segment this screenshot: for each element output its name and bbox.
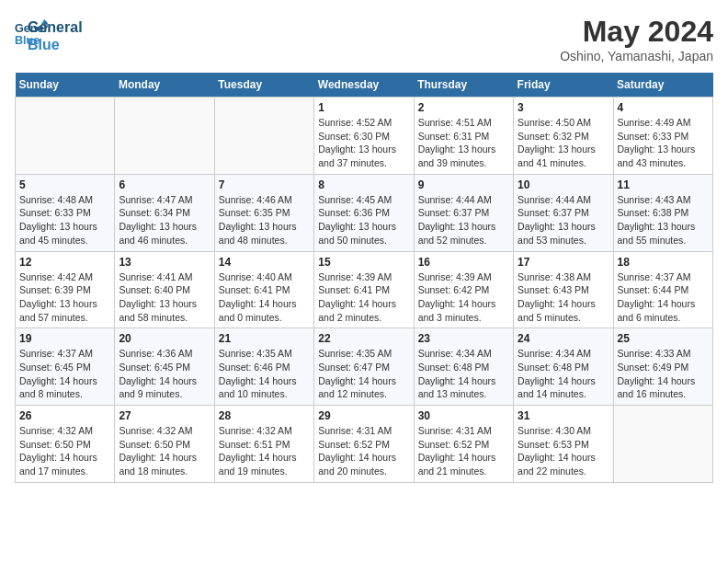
calendar-cell: 22Sunrise: 4:35 AM Sunset: 6:47 PM Dayli… [314,328,414,406]
calendar-cell [613,406,712,483]
day-number: 24 [518,332,609,345]
calendar-cell: 30Sunrise: 4:31 AM Sunset: 6:52 PM Dayli… [414,406,513,483]
weekday-header-monday: Monday [115,73,214,98]
week-row-2: 5Sunrise: 4:48 AM Sunset: 6:33 PM Daylig… [16,174,713,251]
day-info: Sunrise: 4:32 AM Sunset: 6:51 PM Dayligh… [219,424,310,478]
day-number: 2 [418,101,509,114]
weekday-header-friday: Friday [514,73,613,98]
day-info: Sunrise: 4:46 AM Sunset: 6:35 PM Dayligh… [219,193,310,247]
day-number: 16 [418,256,509,269]
day-info: Sunrise: 4:37 AM Sunset: 6:45 PM Dayligh… [19,347,110,401]
calendar-cell: 15Sunrise: 4:39 AM Sunset: 6:41 PM Dayli… [314,251,414,328]
day-info: Sunrise: 4:44 AM Sunset: 6:37 PM Dayligh… [518,193,609,247]
calendar-cell [115,98,214,175]
day-number: 8 [318,178,409,191]
week-row-5: 26Sunrise: 4:32 AM Sunset: 6:50 PM Dayli… [16,406,713,483]
day-number: 14 [219,256,310,269]
weekday-header-wednesday: Wednesday [314,73,414,98]
day-number: 20 [119,332,210,345]
calendar-table: SundayMondayTuesdayWednesdayThursdayFrid… [15,73,713,483]
calendar-cell: 24Sunrise: 4:34 AM Sunset: 6:48 PM Dayli… [514,328,613,406]
calendar-cell: 25Sunrise: 4:33 AM Sunset: 6:49 PM Dayli… [613,328,712,406]
day-info: Sunrise: 4:36 AM Sunset: 6:45 PM Dayligh… [119,347,210,401]
day-info: Sunrise: 4:35 AM Sunset: 6:47 PM Dayligh… [318,347,409,401]
calendar-cell: 9Sunrise: 4:44 AM Sunset: 6:37 PM Daylig… [414,174,513,251]
day-number: 27 [119,409,210,422]
day-info: Sunrise: 4:30 AM Sunset: 6:53 PM Dayligh… [518,424,609,478]
day-number: 23 [418,332,509,345]
day-info: Sunrise: 4:42 AM Sunset: 6:39 PM Dayligh… [19,270,110,325]
page-header: General Blue General Blue May 2024 Oshin… [15,15,713,63]
logo-text-general: General [28,18,83,36]
day-number: 1 [318,101,409,114]
day-info: Sunrise: 4:49 AM Sunset: 6:33 PM Dayligh… [618,116,709,170]
day-number: 12 [19,256,110,269]
calendar-cell: 29Sunrise: 4:31 AM Sunset: 6:52 PM Dayli… [314,406,414,483]
day-number: 5 [19,178,110,191]
day-info: Sunrise: 4:37 AM Sunset: 6:44 PM Dayligh… [618,270,709,325]
day-info: Sunrise: 4:40 AM Sunset: 6:41 PM Dayligh… [219,270,310,325]
calendar-cell: 4Sunrise: 4:49 AM Sunset: 6:33 PM Daylig… [613,98,712,175]
day-number: 11 [618,178,709,191]
day-info: Sunrise: 4:31 AM Sunset: 6:52 PM Dayligh… [418,424,509,478]
calendar-cell: 13Sunrise: 4:41 AM Sunset: 6:40 PM Dayli… [115,251,214,328]
day-number: 19 [19,332,110,345]
day-number: 6 [119,178,210,191]
day-info: Sunrise: 4:34 AM Sunset: 6:48 PM Dayligh… [418,347,509,401]
day-info: Sunrise: 4:35 AM Sunset: 6:46 PM Dayligh… [219,347,310,401]
calendar-cell [16,98,115,175]
calendar-cell: 3Sunrise: 4:50 AM Sunset: 6:32 PM Daylig… [514,98,613,175]
calendar-cell: 1Sunrise: 4:52 AM Sunset: 6:30 PM Daylig… [314,98,414,175]
calendar-cell: 27Sunrise: 4:32 AM Sunset: 6:50 PM Dayli… [115,406,214,483]
weekday-header-tuesday: Tuesday [214,73,313,98]
day-number: 31 [518,409,609,422]
weekday-header-sunday: Sunday [16,73,115,98]
week-row-3: 12Sunrise: 4:42 AM Sunset: 6:39 PM Dayli… [16,251,713,328]
calendar-cell: 23Sunrise: 4:34 AM Sunset: 6:48 PM Dayli… [414,328,513,406]
calendar-cell: 8Sunrise: 4:45 AM Sunset: 6:36 PM Daylig… [314,174,414,251]
day-number: 3 [518,101,609,114]
day-number: 22 [318,332,409,345]
calendar-cell: 2Sunrise: 4:51 AM Sunset: 6:31 PM Daylig… [414,98,513,175]
day-number: 10 [518,178,609,191]
day-info: Sunrise: 4:38 AM Sunset: 6:43 PM Dayligh… [518,270,609,325]
day-number: 15 [318,256,409,269]
weekday-header-thursday: Thursday [414,73,513,98]
day-info: Sunrise: 4:39 AM Sunset: 6:41 PM Dayligh… [318,270,409,325]
calendar-cell: 11Sunrise: 4:43 AM Sunset: 6:38 PM Dayli… [613,174,712,251]
weekday-header-saturday: Saturday [613,73,712,98]
day-number: 7 [219,178,310,191]
calendar-cell: 10Sunrise: 4:44 AM Sunset: 6:37 PM Dayli… [514,174,613,251]
day-number: 13 [119,256,210,269]
calendar-cell: 14Sunrise: 4:40 AM Sunset: 6:41 PM Dayli… [214,251,313,328]
day-info: Sunrise: 4:45 AM Sunset: 6:36 PM Dayligh… [318,193,409,247]
day-number: 4 [618,101,709,114]
day-number: 26 [19,409,110,422]
calendar-cell [214,98,313,175]
day-number: 9 [418,178,509,191]
day-number: 30 [418,409,509,422]
day-info: Sunrise: 4:52 AM Sunset: 6:30 PM Dayligh… [318,116,409,170]
day-info: Sunrise: 4:44 AM Sunset: 6:37 PM Dayligh… [418,193,509,247]
day-number: 17 [518,256,609,269]
calendar-cell: 20Sunrise: 4:36 AM Sunset: 6:45 PM Dayli… [115,328,214,406]
calendar-cell: 21Sunrise: 4:35 AM Sunset: 6:46 PM Dayli… [214,328,313,406]
day-info: Sunrise: 4:47 AM Sunset: 6:34 PM Dayligh… [119,193,210,247]
day-info: Sunrise: 4:50 AM Sunset: 6:32 PM Dayligh… [518,116,609,170]
day-info: Sunrise: 4:43 AM Sunset: 6:38 PM Dayligh… [618,193,709,247]
day-number: 29 [318,409,409,422]
logo-text-blue: Blue [28,36,83,53]
calendar-cell: 5Sunrise: 4:48 AM Sunset: 6:33 PM Daylig… [16,174,115,251]
day-number: 21 [219,332,310,345]
calendar-cell: 18Sunrise: 4:37 AM Sunset: 6:44 PM Dayli… [613,251,712,328]
day-info: Sunrise: 4:32 AM Sunset: 6:50 PM Dayligh… [19,424,110,478]
calendar-cell: 16Sunrise: 4:39 AM Sunset: 6:42 PM Dayli… [414,251,513,328]
weekday-header-row: SundayMondayTuesdayWednesdayThursdayFrid… [16,73,713,98]
day-info: Sunrise: 4:32 AM Sunset: 6:50 PM Dayligh… [119,424,210,478]
day-info: Sunrise: 4:31 AM Sunset: 6:52 PM Dayligh… [318,424,409,478]
calendar-cell: 31Sunrise: 4:30 AM Sunset: 6:53 PM Dayli… [514,406,613,483]
day-number: 25 [618,332,709,345]
calendar-cell: 17Sunrise: 4:38 AM Sunset: 6:43 PM Dayli… [514,251,613,328]
calendar-cell: 7Sunrise: 4:46 AM Sunset: 6:35 PM Daylig… [214,174,313,251]
day-number: 28 [219,409,310,422]
